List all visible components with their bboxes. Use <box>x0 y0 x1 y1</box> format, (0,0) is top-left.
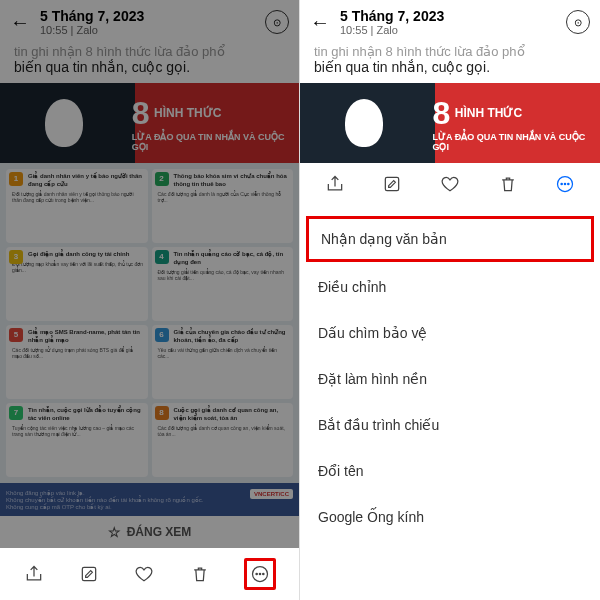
action-sheet: Thêm vào album Nhận dạng văn bản Điều ch… <box>300 168 600 552</box>
svg-rect-0 <box>82 567 95 580</box>
hero-text: 8 HÌNH THỨC LỪA ĐẢO QUA TIN NHẮN VÀ CUỘC… <box>128 91 299 156</box>
scan-icon[interactable]: ⊙ <box>265 10 289 34</box>
svg-rect-5 <box>386 177 399 190</box>
article-text: tin ghi nhận 8 hình thức lừa đảo phổ biế… <box>0 44 299 83</box>
share-icon[interactable] <box>324 173 346 195</box>
hero-banner: 8 HÌNH THỨC LỪA ĐẢO QUA TIN NHẮN VÀ CUỘC… <box>300 83 600 163</box>
card-1: 1Giả danh nhân viên y tế báo người thân … <box>6 169 148 243</box>
header-date: 5 Tháng 7, 2023 <box>340 8 556 24</box>
screen-left: ← 5 Tháng 7, 2023 10:55 | Zalo ⊙ tin ghi… <box>0 0 300 600</box>
edit-icon[interactable] <box>78 563 100 585</box>
header-info: 5 Tháng 7, 2023 10:55 | Zalo <box>40 8 255 36</box>
scan-icon[interactable]: ⊙ <box>566 10 590 34</box>
cards-grid: 1Giả danh nhân viên y tế báo người thân … <box>0 163 299 483</box>
share-icon[interactable] <box>23 563 45 585</box>
menu-watermark[interactable]: Dấu chìm bảo vệ <box>300 310 600 356</box>
mask-graphic <box>0 83 128 163</box>
menu-adjust[interactable]: Điều chỉnh <box>300 264 600 310</box>
mask-graphic <box>300 83 428 163</box>
card-3: 3Gọi điện giả danh công ty tài chínhĐối … <box>6 247 148 321</box>
menu-google-lens[interactable]: Google Ống kính <box>300 494 600 540</box>
menu-wallpaper[interactable]: Đặt làm hình nền <box>300 356 600 402</box>
hero-banner: 8 HÌNH THỨC LỪA ĐẢO QUA TIN NHẮN VÀ CUỘC… <box>0 83 299 163</box>
svg-point-7 <box>561 183 562 184</box>
card-2: 2Thông báo khóa sim vì chưa chuẩn hóa th… <box>152 169 294 243</box>
svg-point-8 <box>565 183 566 184</box>
more-icon[interactable] <box>249 563 271 585</box>
heart-icon[interactable] <box>133 563 155 585</box>
svg-point-9 <box>568 183 569 184</box>
card-6: 6Giả của chuyên gia chào đầu tư chứng kh… <box>152 325 294 399</box>
edit-icon[interactable] <box>381 173 403 195</box>
screen-right: ← 5 Tháng 7, 2023 10:55 | Zalo ⊙ tin ghi… <box>300 0 600 600</box>
menu-details[interactable]: Chi tiết <box>300 540 600 552</box>
header-date: 5 Tháng 7, 2023 <box>40 8 255 24</box>
more-icon[interactable] <box>554 173 576 195</box>
worth-watching[interactable]: ☆ĐÁNG XEM <box>0 516 299 548</box>
highlight-more <box>244 558 276 590</box>
article-text: tin ghi nhận 8 hình thức lừa đảo phổ biế… <box>300 44 600 83</box>
star-icon: ☆ <box>108 524 121 540</box>
svg-point-2 <box>256 573 257 574</box>
trash-icon[interactable] <box>497 173 519 195</box>
card-8: 8Cuộc gọi giả danh cơ quan công an, viện… <box>152 403 294 477</box>
card-5: 5Giả mạo SMS Brand-name, phát tán tin nh… <box>6 325 148 399</box>
svg-point-4 <box>263 573 264 574</box>
footer-warning: VNCERT/CC Không đăng nhập vào link lạ. K… <box>0 483 299 516</box>
menu-slideshow[interactable]: Bắt đầu trình chiếu <box>300 402 600 448</box>
svg-point-3 <box>260 573 261 574</box>
toolbar <box>0 548 299 600</box>
toolbar <box>300 163 600 205</box>
header-sub: 10:55 | Zalo <box>40 24 255 36</box>
card-4: 4Tin nhắn quảng cáo cờ bạc, cá độ, tín d… <box>152 247 294 321</box>
vncert-badge: VNCERT/CC <box>250 489 293 499</box>
header: ← 5 Tháng 7, 2023 10:55 | Zalo ⊙ <box>300 0 600 44</box>
header: ← 5 Tháng 7, 2023 10:55 | Zalo ⊙ <box>0 0 299 44</box>
card-7: 7Tin nhắn, cuộc gọi lừa đảo tuyển cộng t… <box>6 403 148 477</box>
trash-icon[interactable] <box>189 563 211 585</box>
back-icon[interactable]: ← <box>310 11 330 34</box>
hero-text: 8 HÌNH THỨC LỪA ĐẢO QUA TIN NHẮN VÀ CUỘC… <box>428 91 600 156</box>
menu-rename[interactable]: Đổi tên <box>300 448 600 494</box>
menu-text-recognition[interactable]: Nhận dạng văn bản <box>306 216 594 262</box>
header-info: 5 Tháng 7, 2023 10:55 | Zalo <box>340 8 556 36</box>
back-icon[interactable]: ← <box>10 11 30 34</box>
header-sub: 10:55 | Zalo <box>340 24 556 36</box>
heart-icon[interactable] <box>439 173 461 195</box>
